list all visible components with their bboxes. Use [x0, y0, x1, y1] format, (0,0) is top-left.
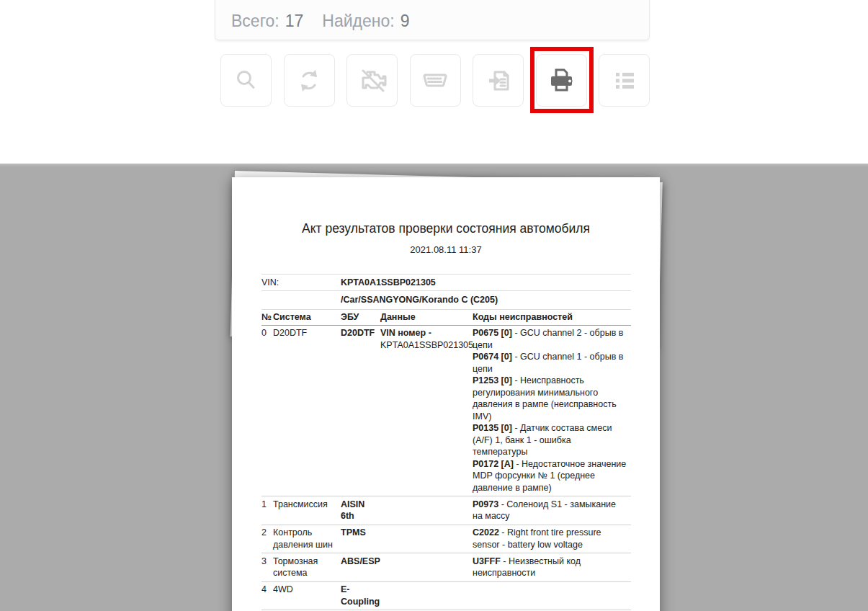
total-value: 17 — [285, 12, 304, 31]
table-row: 1ТрансмиссияAISIN6thP0973 - Соленоид S1 … — [261, 496, 631, 525]
found-label: Найдено: — [322, 12, 394, 31]
total-label: Всего: — [231, 12, 279, 31]
col-header-num: № — [261, 311, 273, 324]
vin-row: VIN: KPTA0A1SSBP021305 — [261, 275, 631, 291]
col-header-data: Данные — [380, 311, 473, 324]
table-header-row: № Система ЭБУ Данные Коды неисправностей — [261, 310, 631, 326]
report-table: VIN: KPTA0A1SSBP021305 /Car/SSANGYONG/Ko… — [261, 274, 631, 611]
scan-stats-panel: Всего: 17 Найдено: 9 — [215, 0, 650, 40]
fault-code: P0675 [0] - GCU channel 2 - обрыв в цепи — [473, 327, 627, 351]
diagnostics-toolbar — [220, 54, 650, 107]
refresh-icon — [295, 66, 323, 95]
import-report-button[interactable] — [473, 54, 524, 107]
fault-code: P0135 [0] - Датчик состава смеси (A/F) 1… — [473, 422, 627, 458]
col-header-ecu: ЭБУ — [341, 311, 380, 324]
fault-code: P0172 [A] - Недостаточное значение MDP ф… — [473, 458, 627, 494]
import-report-icon — [483, 66, 514, 96]
obd-connector-button[interactable] — [410, 54, 461, 107]
table-row: 44WDE-Coupling — [261, 582, 631, 611]
engine-off-icon — [357, 66, 388, 95]
report-title: Акт результатов проверки состояния автом… — [232, 219, 660, 238]
table-body: 0D20DTFD20DTFVIN номер -KPTA0A1SSBP02130… — [261, 326, 631, 611]
table-row: 2Контроль давления шинTPMSC2022 - Right … — [261, 525, 631, 554]
col-header-codes: Коды неисправностей — [473, 311, 631, 324]
report-page: Акт результатов проверки состояния автом… — [232, 177, 660, 611]
fault-code: C2022 - Right front tire pressure sensor… — [473, 527, 627, 550]
print-icon — [546, 66, 576, 96]
table-row: 3Тормозная системаABS/ESPU3FFF - Неизвес… — [261, 553, 631, 582]
obd-connector-icon — [419, 66, 451, 95]
search-button[interactable] — [220, 54, 272, 107]
model-path: /Car/SSANGYONG/Korando C (C205) — [341, 294, 631, 306]
fault-code: P0973 - Соленоид S1 - замыкание на массу — [473, 499, 627, 522]
col-header-system: Система — [273, 311, 341, 324]
refresh-button[interactable] — [284, 54, 335, 107]
report-datetime: 2021.08.11 11:37 — [232, 244, 660, 257]
print-button[interactable] — [536, 54, 587, 107]
table-row: 0D20DTFD20DTFVIN номер -KPTA0A1SSBP02130… — [261, 326, 631, 497]
print-preview-backdrop: Акт результатов проверки состояния автом… — [0, 164, 868, 611]
vin-value: KPTA0A1SSBP021305 — [341, 277, 631, 289]
vin-label: VIN: — [261, 277, 341, 289]
dtc-list-icon — [610, 66, 639, 95]
fault-code: P0674 [0] - GCU channel 1 - обрыв в цепи — [473, 351, 627, 375]
toolbar-panel-area: Всего: 17 Найдено: 9 — [0, 0, 868, 164]
dtc-list-button[interactable] — [599, 54, 650, 107]
search-icon — [232, 66, 261, 95]
model-path-row: /Car/SSANGYONG/Korando C (C205) — [261, 291, 631, 311]
found-value: 9 — [401, 12, 410, 31]
clear-dtc-button[interactable] — [346, 54, 398, 107]
fault-code: U3FFF - Неизвестный код неисправности — [473, 556, 627, 579]
fault-code: P1253 [0] - Неисправность регулирования … — [473, 375, 627, 422]
